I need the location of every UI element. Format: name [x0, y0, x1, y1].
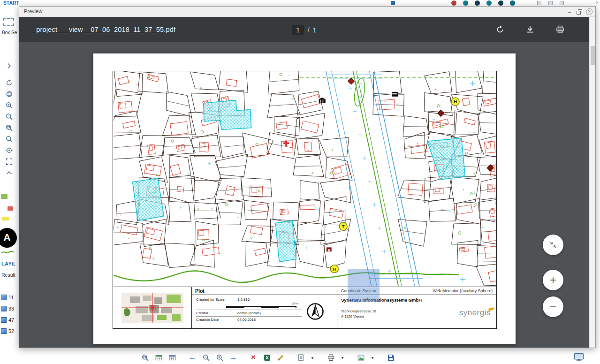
t-marker: T [339, 222, 347, 230]
result-item[interactable]: 52 [1, 326, 19, 337]
screen: START × Box Se [0, 0, 600, 364]
print-icon[interactable] [327, 353, 335, 362]
scale-label: Created for Scale [196, 297, 237, 302]
app-close-icon[interactable]: × [596, 0, 599, 5]
result-item-label: 33 [8, 306, 14, 311]
map-image: H T H [113, 71, 496, 286]
map-fragment [8, 206, 13, 211]
center-target-icon[interactable] [3, 144, 15, 156]
print-menu-caret-icon[interactable]: ▾ [340, 353, 345, 362]
logo-spark-icon [488, 307, 494, 311]
report-menu-caret-icon[interactable]: ▾ [310, 353, 315, 362]
pdf-page: H T H [93, 53, 516, 344]
synergis-logo-text: synergis [459, 308, 491, 317]
coordinate-system-value: Web Mercator (Auxiliary Sphere) [433, 288, 493, 295]
house-marker-icon [327, 247, 332, 251]
hydrant-letter: H [333, 266, 336, 272]
page-separator: / [307, 26, 309, 34]
refresh-icon[interactable] [3, 77, 15, 88]
fit-page-button[interactable] [543, 235, 563, 255]
next-extent-icon[interactable]: → [229, 353, 237, 362]
layers-heading[interactable]: LAYE [1, 261, 15, 266]
zoom-extent-icon[interactable] [3, 133, 15, 144]
panel-expand-icon[interactable] [3, 60, 15, 71]
coordinate-system-label: Coordinate System [341, 288, 376, 295]
display-icon[interactable] [573, 352, 585, 362]
scrollbar-thumb[interactable] [591, 46, 595, 65]
highlighted-parcels [133, 100, 465, 262]
result-item-label: 47 [8, 317, 14, 323]
zoom-out-icon[interactable] [3, 111, 15, 122]
app-icon-5[interactable] [498, 0, 503, 6]
excel-export-icon[interactable] [263, 353, 271, 362]
result-item[interactable]: 11 [1, 292, 19, 303]
image-export-icon[interactable] [357, 353, 365, 362]
zoom-in-button[interactable]: + [543, 270, 563, 290]
vegetation-squiggle-icon [1, 249, 14, 256]
full-extent-icon[interactable] [3, 156, 15, 167]
results-heading: Result [1, 272, 15, 278]
image-menu-caret-icon[interactable]: ▾ [370, 353, 375, 362]
globe-icon[interactable] [3, 88, 15, 99]
previous-extent-icon[interactable]: ← [188, 353, 197, 362]
scale-value: 1:2,816 [237, 297, 250, 302]
close-button[interactable]: × [586, 8, 592, 15]
app-icon-4[interactable] [486, 0, 492, 6]
restore-button[interactable] [577, 9, 582, 14]
zoom-to-table-icon[interactable] [141, 353, 149, 362]
box-select-tool[interactable]: Box Se [2, 18, 18, 35]
pin-icon[interactable] [548, 1, 553, 5]
pdf-scrollbar[interactable] [589, 17, 595, 348]
zoom-out-button[interactable]: − [543, 296, 563, 317]
highlighted-parcel [204, 100, 251, 130]
box-select-icon [3, 18, 14, 26]
zoom-box-icon[interactable] [3, 122, 15, 133]
diamond-marker-icon [487, 165, 494, 171]
creator-value: admin (admin) [237, 311, 261, 315]
app-icon-1[interactable] [451, 0, 456, 6]
zoom-to-result-icon [1, 306, 7, 311]
zoom-in-icon[interactable] [3, 99, 15, 111]
pdf-viewer: _project___view__07_06_2018_11_37_55.pdf… [19, 17, 589, 348]
app-icon-3[interactable] [475, 0, 480, 6]
plot-info-cell: Plot Created for Scale 1:2,816 160 [191, 287, 337, 328]
download-icon[interactable] [525, 25, 535, 34]
app-bottom-toolbar: ← → × ▾ ▾ ▾ [0, 351, 600, 364]
settings-icon[interactable] [560, 1, 564, 5]
attribute-table-icon[interactable] [154, 353, 163, 362]
north-arrow-icon [306, 302, 325, 321]
north-logo-letter: A [3, 232, 11, 244]
table-export-icon[interactable] [168, 353, 176, 362]
company-cell: Coordinate System Web Mercator (Auxiliar… [337, 287, 496, 328]
zoom-in-small-icon[interactable] [215, 353, 224, 362]
zoom-to-result-icon [1, 317, 7, 323]
app-icon-2[interactable] [463, 0, 468, 6]
north-logo: A [0, 228, 17, 248]
highlighted-parcel [133, 178, 164, 221]
rotate-icon[interactable] [495, 25, 505, 34]
creation-date-label: Creation Date [196, 318, 237, 322]
overview-map-thumbnail [122, 293, 183, 323]
preview-titlebar[interactable]: Preview – × [19, 7, 595, 17]
plot-sheet-frame: H T H [113, 71, 497, 329]
toolbar-scroll-up-icon[interactable] [3, 167, 15, 178]
zoom-out-small-icon[interactable] [202, 353, 210, 362]
edit-icon[interactable] [276, 353, 285, 362]
tab-start[interactable]: START [3, 0, 19, 6]
result-item[interactable]: 47 [1, 314, 19, 326]
browser-profile-icons [451, 0, 515, 6]
box-select-label: Box Se [2, 30, 18, 35]
result-item[interactable]: 33 [1, 303, 19, 314]
grid-icon[interactable] [537, 1, 541, 5]
minimize-button[interactable]: – [567, 9, 572, 15]
report-icon[interactable] [296, 353, 305, 362]
plot-title: Plot [192, 287, 337, 295]
diamond-marker-icon [438, 110, 444, 117]
app-icon-6[interactable] [510, 0, 515, 6]
map-toolbar-left [1, 60, 17, 178]
page-number-input[interactable]: 1 [292, 25, 304, 35]
clear-selection-icon[interactable]: × [249, 353, 258, 362]
print-pdf-icon[interactable] [555, 25, 565, 34]
pdf-viewport[interactable]: H T H [19, 42, 589, 348]
save-icon[interactable] [387, 353, 395, 362]
